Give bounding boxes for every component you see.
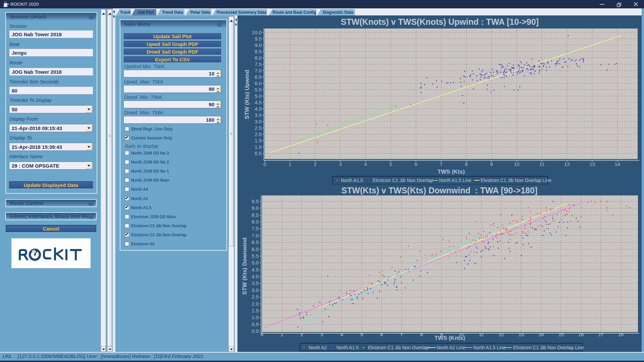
svg-text:North A1.5 Line: North A1.5 Line: [473, 345, 506, 350]
svg-text:2.5: 2.5: [252, 294, 259, 300]
svg-text:2: 2: [301, 331, 303, 337]
svg-text:4.5: 4.5: [255, 100, 262, 105]
svg-text:5.5: 5.5: [255, 87, 262, 93]
svg-text:2.0: 2.0: [255, 131, 262, 137]
svg-text:1.0: 1.0: [252, 314, 259, 320]
svg-text:Elvstrom C1 Jib Non Overlap: Elvstrom C1 Jib Non Overlap: [373, 178, 433, 183]
svg-text:9.0: 9.0: [252, 205, 259, 211]
svg-text:6.5: 6.5: [255, 74, 262, 80]
svg-text:North A1.5 Line: North A1.5 Line: [439, 178, 472, 183]
svg-text:6.0: 6.0: [252, 246, 259, 252]
svg-text:3.0: 3.0: [252, 287, 259, 293]
svg-text:7: 7: [440, 161, 442, 167]
svg-text:8: 8: [420, 331, 423, 337]
svg-text:10: 10: [514, 161, 520, 167]
svg-text:3: 3: [320, 331, 323, 337]
svg-text:4: 4: [364, 161, 367, 167]
svg-text:13: 13: [589, 161, 595, 167]
svg-text:9.0: 9.0: [255, 42, 262, 48]
svg-text:North A2: North A2: [309, 345, 327, 350]
svg-text:STW (Kts) Upwind: STW (Kts) Upwind: [244, 70, 250, 119]
svg-text:11: 11: [479, 331, 484, 337]
svg-text:6: 6: [380, 331, 383, 337]
svg-text:8.0: 8.0: [255, 55, 262, 61]
svg-text:1.0: 1.0: [255, 144, 262, 150]
svg-text:STW(Kts) v TWS(Kts) Downwind: STW(Kts) v TWS(Kts) Downwind : TWA [90->…: [341, 186, 538, 195]
svg-text:North A2 Line: North A2 Line: [437, 345, 465, 350]
svg-text:4: 4: [340, 331, 343, 337]
svg-text:7.0: 7.0: [255, 68, 262, 73]
svg-text:5.0: 5.0: [252, 260, 259, 265]
svg-text:12: 12: [564, 161, 570, 167]
svg-text:4.5: 4.5: [252, 267, 259, 273]
svg-text:1: 1: [289, 161, 291, 167]
svg-text:9: 9: [490, 161, 493, 167]
svg-text:12: 12: [498, 331, 504, 337]
svg-text:North A1.5: North A1.5: [341, 178, 363, 183]
svg-text:6.5: 6.5: [252, 239, 259, 245]
svg-text:3.0: 3.0: [255, 119, 262, 124]
svg-text:6.0: 6.0: [255, 80, 262, 86]
svg-text:5.0: 5.0: [255, 93, 262, 99]
svg-text:1: 1: [280, 331, 283, 337]
svg-text:4.0: 4.0: [255, 106, 262, 112]
svg-text:0.5: 0.5: [255, 150, 262, 156]
svg-text:1.5: 1.5: [255, 138, 262, 143]
svg-text:TWS (Knts): TWS (Knts): [434, 335, 465, 341]
svg-text:2.0: 2.0: [252, 301, 259, 307]
svg-text:2: 2: [314, 161, 317, 167]
svg-text:8.5: 8.5: [255, 49, 262, 54]
svg-text:17: 17: [598, 331, 604, 337]
svg-text:13: 13: [519, 331, 524, 337]
svg-text:STW(Knots) v TWS(Knots) Upwind: STW(Knots) v TWS(Knots) Upwind : TWA [10…: [341, 17, 539, 26]
svg-text:16: 16: [578, 331, 584, 337]
svg-text:6: 6: [415, 161, 417, 167]
svg-text:14: 14: [614, 161, 620, 167]
svg-text:5: 5: [360, 331, 363, 337]
svg-text:3.5: 3.5: [252, 280, 259, 286]
svg-text:5.5: 5.5: [252, 253, 259, 259]
svg-text:15: 15: [558, 331, 564, 337]
svg-text:8.0: 8.0: [252, 219, 259, 225]
svg-text:9.5: 9.5: [252, 198, 259, 204]
svg-text:North A1.5: North A1.5: [336, 345, 359, 350]
svg-text:Elvstrom C1 Jib Non Overlap Li: Elvstrom C1 Jib Non Overlap Line: [513, 345, 584, 350]
svg-text:2.5: 2.5: [255, 125, 262, 131]
svg-text:0: 0: [263, 161, 266, 167]
svg-text:1.5: 1.5: [252, 308, 259, 313]
svg-text:Elvstrom C1 Jib Non Overlap: Elvstrom C1 Jib Non Overlap: [368, 345, 429, 350]
svg-text:TWS (Kts): TWS (Kts): [437, 169, 465, 175]
svg-text:8.5: 8.5: [252, 212, 259, 218]
svg-text:7.5: 7.5: [252, 226, 259, 231]
svg-text:7: 7: [400, 331, 403, 337]
svg-text:7.0: 7.0: [252, 233, 259, 238]
svg-text:10.0: 10.0: [252, 29, 262, 35]
svg-text:8: 8: [465, 161, 468, 167]
svg-text:18: 18: [618, 331, 624, 337]
svg-text:Elvstrom C1 Jib Non Overlap Li: Elvstrom C1 Jib Non Overlap Line: [481, 178, 551, 183]
svg-text:0: 0: [261, 331, 263, 337]
svg-text:0.0: 0.0: [252, 328, 259, 334]
svg-text:3.5: 3.5: [255, 112, 262, 118]
svg-text:7.5: 7.5: [255, 61, 262, 67]
svg-text:11: 11: [539, 161, 545, 167]
svg-text:9.5: 9.5: [255, 36, 262, 42]
svg-text:0.5: 0.5: [252, 321, 259, 327]
svg-text:14: 14: [538, 331, 544, 337]
svg-text:5: 5: [389, 161, 392, 167]
svg-text:STW (Kts) Downwind: STW (Kts) Downwind: [241, 238, 248, 295]
svg-text:3: 3: [339, 161, 342, 167]
svg-text:4.0: 4.0: [252, 274, 259, 279]
